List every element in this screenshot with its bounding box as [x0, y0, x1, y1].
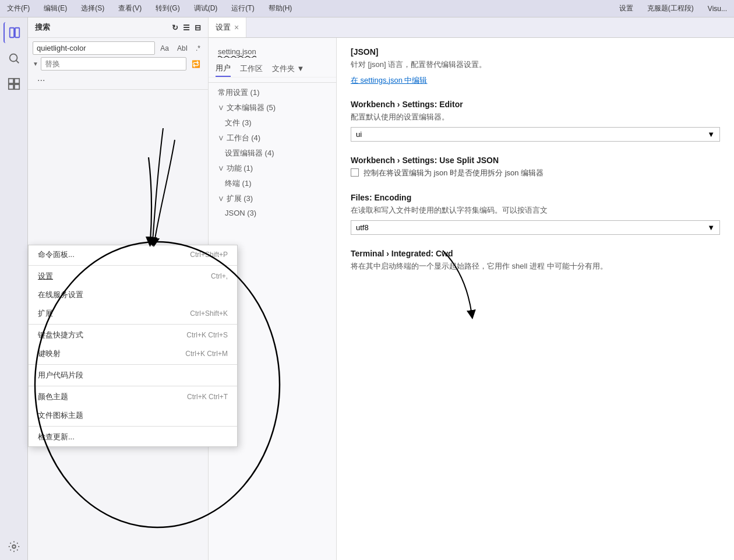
- menu-debug[interactable]: 调试(D): [192, 2, 220, 15]
- setting-json-title: [JSON]: [351, 47, 720, 57]
- menu-goto[interactable]: 转到(G): [153, 2, 182, 15]
- nav-terminal[interactable]: 终端 (1): [209, 176, 336, 191]
- menu-item-check-updates[interactable]: 检查更新...: [29, 428, 237, 446]
- menu-item-settings-label: 设置: [38, 271, 53, 281]
- sidebar-header: 搜索 ↻ ☰ ⊟: [28, 17, 208, 38]
- setting-json-section: [JSON] 针对 [json] 语言，配置替代编辑器设置。 在 setting…: [351, 47, 720, 86]
- setting-workbench-editor-title: Workbench › Settings: Editor: [351, 100, 720, 109]
- menu-settings-right[interactable]: 设置: [617, 2, 636, 15]
- menu-file[interactable]: 文件(F): [5, 2, 32, 15]
- settings-tab[interactable]: 设置 ×: [209, 17, 246, 37]
- setting-workbench-editor-desc: 配置默认使用的设置编辑器。: [351, 111, 720, 123]
- more-options-btn[interactable]: ...: [33, 71, 203, 86]
- tab-workspace[interactable]: 工作区: [240, 64, 263, 76]
- tab-user[interactable]: 用户: [216, 63, 231, 77]
- nav-workbench[interactable]: ∨ 工作台 (4): [209, 131, 336, 146]
- menu-edit[interactable]: 编辑(E): [41, 2, 69, 15]
- file-name-display: setting.json: [209, 43, 336, 63]
- nav-files[interactable]: 文件 (3): [209, 115, 336, 131]
- menu-item-check-updates-label: 检查更新...: [38, 432, 75, 442]
- case-sensitive-btn[interactable]: Aa: [157, 43, 172, 54]
- workbench-editor-select-arrow: ▼: [707, 130, 715, 139]
- replace-input[interactable]: [41, 57, 186, 71]
- workbench-editor-select-value: ui: [356, 130, 362, 139]
- search-activity-icon[interactable]: [3, 48, 24, 69]
- menu-item-online-settings[interactable]: 在线服务设置: [29, 286, 237, 304]
- menu-view[interactable]: 查看(V): [116, 2, 144, 15]
- nav-text-editor[interactable]: ∨ 文本编辑器 (5): [209, 100, 336, 115]
- menu-item-keyboard-shortcuts-shortcut: Ctrl+K Ctrl+S: [186, 331, 228, 339]
- menu-item-keymapping[interactable]: 键映射 Ctrl+K Ctrl+M: [29, 344, 237, 363]
- settings-scope-tabs: 用户 工作区 文件夹 ▼: [209, 63, 336, 78]
- svg-line-3: [16, 61, 19, 64]
- menu-item-file-icon-theme-label: 文件图标主题: [38, 410, 83, 421]
- menu-visu[interactable]: Visu...: [705, 3, 729, 14]
- setting-split-json-section: Workbench › Settings: Use Split JSON 控制在…: [351, 156, 720, 179]
- menu-item-command-palette-label: 命令面板...: [38, 249, 75, 260]
- files-icon[interactable]: [3, 22, 24, 43]
- file-name-label: setting.json: [218, 47, 256, 56]
- menu-run[interactable]: 运行(T): [229, 2, 256, 15]
- menu-item-keymapping-label: 键映射: [38, 348, 61, 359]
- menu-item-online-settings-label: 在线服务设置: [38, 290, 83, 300]
- whole-word-btn[interactable]: AbI: [174, 43, 190, 54]
- collapse-icon[interactable]: ⊟: [195, 23, 201, 32]
- settings-gear-bottom[interactable]: [8, 540, 20, 555]
- setting-json-link[interactable]: 在 settings.json 中编辑: [351, 75, 720, 86]
- settings-content: setting.json 用户 工作区 文件夹 ▼ 常用设置 (1) ∨ 文本编…: [209, 38, 734, 560]
- nav-common-settings[interactable]: 常用设置 (1): [209, 85, 336, 100]
- nav-json[interactable]: JSON (3): [209, 206, 336, 220]
- svg-rect-5: [14, 79, 19, 83]
- encoding-select-value: utf8: [356, 223, 369, 232]
- expand-replace-icon[interactable]: ▼: [33, 61, 38, 67]
- nav-features[interactable]: ∨ 功能 (1): [209, 161, 336, 176]
- encoding-select-arrow: ▼: [707, 223, 715, 232]
- tab-close-btn[interactable]: ×: [234, 23, 239, 32]
- menu-item-keymapping-shortcut: Ctrl+K Ctrl+M: [185, 350, 228, 358]
- menu-item-command-palette-shortcut: Ctrl+Shift+P: [190, 251, 228, 259]
- top-menu-bar: 文件(F) 编辑(E) 选择(S) 查看(V) 转到(G) 调试(D) 运行(T…: [0, 0, 734, 17]
- menu-item-user-snippets-label: 用户代码片段: [38, 370, 83, 381]
- extensions-activity-icon[interactable]: [3, 73, 24, 94]
- nav-settings-editor[interactable]: 设置编辑器 (4): [209, 146, 336, 161]
- setting-terminal-cwd-section: Terminal › Integrated: Cwd 将在其中启动终端的一个显示…: [351, 249, 720, 272]
- activity-bar: [0, 17, 28, 560]
- menu-help[interactable]: 帮助(H): [266, 2, 295, 15]
- refresh-icon[interactable]: ↻: [172, 23, 178, 32]
- menu-item-color-theme[interactable]: 颜色主题 Ctrl+K Ctrl+T: [29, 388, 237, 406]
- menu-select[interactable]: 选择(S): [79, 2, 107, 15]
- menu-item-extensions[interactable]: 扩展 Ctrl+Shift+K: [29, 304, 237, 323]
- split-json-desc: 控制在将设置编辑为 json 时是否使用拆分 json 编辑器: [364, 167, 544, 179]
- setting-terminal-cwd-desc: 将在其中启动终端的一个显示起始路径，它用作 shell 进程 中可能十分有用。: [351, 260, 720, 272]
- settings-main-panel: [JSON] 针对 [json] 语言，配置替代编辑器设置。 在 setting…: [337, 38, 734, 560]
- clear-icon[interactable]: ☰: [183, 23, 190, 32]
- menu-item-color-theme-shortcut: Ctrl+K Ctrl+T: [187, 393, 228, 401]
- search-section: Aa AbI .* ▼ 🔁 ...: [28, 38, 208, 90]
- split-json-checkbox[interactable]: [351, 168, 359, 177]
- menu-issue[interactable]: 克服题(工程段): [645, 2, 696, 15]
- setting-split-json-title: Workbench › Settings: Use Split JSON: [351, 156, 720, 165]
- sidebar-title: 搜索: [35, 22, 50, 33]
- menu-separator-2: [29, 324, 237, 325]
- menu-separator-1: [29, 265, 237, 266]
- encoding-select[interactable]: utf8 ▼: [351, 220, 720, 235]
- menu-item-command-palette[interactable]: 命令面板... Ctrl+Shift+P: [29, 245, 237, 264]
- menu-item-file-icon-theme[interactable]: 文件图标主题: [29, 406, 237, 425]
- context-menu: 命令面板... Ctrl+Shift+P 设置 Ctrl+, 在线服务设置 扩展…: [28, 245, 238, 447]
- menu-item-keyboard-shortcuts-label: 键盘快捷方式: [38, 330, 83, 340]
- search-input[interactable]: [33, 41, 155, 55]
- search-input-row: Aa AbI .*: [33, 41, 203, 55]
- tab-folder-dropdown[interactable]: 文件夹 ▼: [272, 64, 304, 76]
- svg-rect-7: [14, 84, 19, 89]
- workbench-editor-select[interactable]: ui ▼: [351, 127, 720, 142]
- replace-all-btn[interactable]: 🔁: [189, 58, 203, 70]
- nav-extensions[interactable]: ∨ 扩展 (3): [209, 191, 336, 206]
- menu-separator-3: [29, 364, 237, 365]
- menu-item-keyboard-shortcuts[interactable]: 键盘快捷方式 Ctrl+K Ctrl+S: [29, 326, 237, 344]
- setting-encoding-title: Files: Encoding: [351, 193, 720, 202]
- menu-item-settings[interactable]: 设置 Ctrl+,: [29, 267, 237, 286]
- menu-separator-5: [29, 426, 237, 427]
- menu-item-user-snippets[interactable]: 用户代码片段: [29, 366, 237, 385]
- regex-btn[interactable]: .*: [193, 43, 203, 54]
- menu-item-extensions-label: 扩展: [38, 308, 53, 319]
